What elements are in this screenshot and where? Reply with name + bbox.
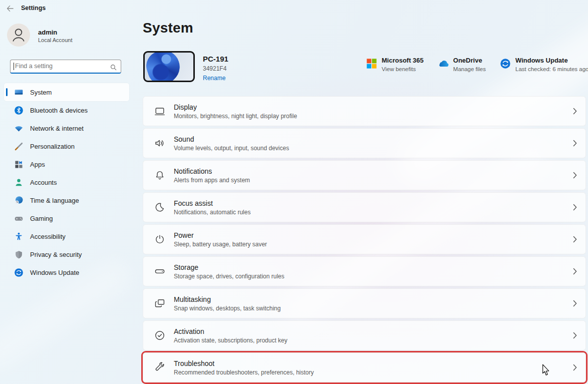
sidebar-item-label: Privacy & security bbox=[30, 251, 82, 258]
windows-update-icon bbox=[500, 58, 511, 69]
sidebar-item-label: Time & language bbox=[30, 197, 79, 204]
notifications-icon bbox=[154, 169, 166, 181]
settings-row-display[interactable]: Display Monitors, brightness, night ligh… bbox=[143, 96, 586, 126]
quick-links: Microsoft 365 View benefits OneDrive Man… bbox=[366, 57, 588, 72]
chevron-right-icon bbox=[573, 332, 577, 339]
apps-icon bbox=[14, 160, 24, 169]
chevron-right-icon bbox=[573, 236, 577, 243]
quick-link-microsoft-365[interactable]: Microsoft 365 View benefits bbox=[366, 57, 424, 72]
settings-row-subtitle: Snap windows, desktops, task switching bbox=[174, 305, 280, 312]
chevron-right-icon bbox=[573, 364, 577, 371]
settings-row-title: Power bbox=[174, 231, 267, 239]
sidebar-item-label: Personalization bbox=[30, 143, 75, 150]
settings-row-subtitle: Monitors, brightness, night light, displ… bbox=[174, 113, 297, 120]
onedrive-icon bbox=[438, 58, 449, 69]
microsoft-365-icon bbox=[366, 58, 377, 69]
settings-row-subtitle: Alerts from apps and system bbox=[174, 177, 250, 184]
search-input[interactable] bbox=[14, 61, 107, 72]
settings-row-power[interactable]: Power Sleep, battery usage, battery save… bbox=[143, 224, 586, 254]
privacy-security-icon bbox=[14, 250, 24, 259]
sidebar-item-apps[interactable]: Apps bbox=[4, 155, 129, 173]
settings-row-multitasking[interactable]: Multitasking Snap windows, desktops, tas… bbox=[143, 288, 586, 318]
power-icon bbox=[154, 233, 166, 245]
sidebar-item-label: System bbox=[30, 89, 52, 96]
sidebar-item-accessibility[interactable]: Accessibility bbox=[4, 227, 129, 245]
quick-link-onedrive[interactable]: OneDrive Manage files bbox=[438, 57, 486, 72]
settings-row-storage[interactable]: Storage Storage space, drives, configura… bbox=[143, 256, 586, 286]
page-title: System bbox=[143, 20, 193, 36]
quick-link-subtitle: Manage files bbox=[453, 66, 486, 72]
avatar[interactable] bbox=[7, 24, 30, 47]
back-arrow-icon bbox=[6, 6, 15, 15]
quick-link-title: Windows Update bbox=[515, 57, 588, 64]
sidebar-item-label: Gaming bbox=[30, 215, 53, 222]
settings-row-title: Multitasking bbox=[174, 295, 280, 303]
settings-row-title: Activation bbox=[174, 327, 287, 335]
quick-link-title: OneDrive bbox=[453, 57, 486, 64]
accounts-icon bbox=[14, 178, 24, 187]
settings-row-subtitle: Volume levels, output, input, sound devi… bbox=[174, 145, 289, 152]
settings-row-title: Display bbox=[174, 103, 297, 111]
quick-link-title: Microsoft 365 bbox=[382, 57, 424, 64]
settings-row-title: Notifications bbox=[174, 167, 250, 175]
device-thumbnail bbox=[143, 51, 195, 82]
sidebar-item-bluetooth-devices[interactable]: Bluetooth & devices bbox=[4, 101, 129, 119]
settings-row-subtitle: Storage space, drives, configuration rul… bbox=[174, 273, 284, 280]
settings-row-subtitle: Activation state, subscriptions, product… bbox=[174, 337, 287, 344]
chevron-right-icon bbox=[573, 140, 577, 147]
settings-row-sound[interactable]: Sound Volume levels, output, input, soun… bbox=[143, 128, 586, 158]
user-account-type: Local Account bbox=[38, 37, 73, 43]
sidebar-item-privacy-security[interactable]: Privacy & security bbox=[4, 245, 129, 263]
quick-link-windows-update[interactable]: Windows Update Last checked: 6 minutes a… bbox=[500, 57, 588, 72]
accessibility-icon bbox=[14, 232, 24, 241]
troubleshoot-icon bbox=[154, 361, 166, 373]
display-icon bbox=[154, 105, 166, 117]
settings-row-title: Sound bbox=[174, 135, 289, 143]
search-box[interactable] bbox=[10, 60, 121, 74]
quick-link-subtitle: Last checked: 6 minutes ago bbox=[515, 66, 588, 72]
settings-row-subtitle: Recommended troubleshooters, preferences… bbox=[174, 369, 314, 376]
rename-link[interactable]: Rename bbox=[203, 75, 225, 82]
sidebar-item-accounts[interactable]: Accounts bbox=[4, 173, 129, 191]
settings-row-troubleshoot[interactable]: Troubleshoot Recommended troubleshooters… bbox=[143, 352, 586, 382]
activation-icon bbox=[154, 329, 166, 341]
sidebar-item-network-internet[interactable]: Network & internet bbox=[4, 119, 129, 137]
sidebar-item-label: Network & internet bbox=[30, 125, 84, 132]
sidebar-item-label: Apps bbox=[30, 161, 45, 168]
sidebar-item-windows-update[interactable]: Windows Update bbox=[4, 263, 129, 281]
time-language-icon bbox=[14, 196, 24, 205]
settings-row-subtitle: Notifications, automatic rules bbox=[174, 209, 250, 216]
chevron-right-icon bbox=[573, 268, 577, 275]
storage-icon bbox=[154, 265, 166, 277]
sound-icon bbox=[154, 137, 166, 149]
settings-row-title: Storage bbox=[174, 263, 284, 271]
search-icon bbox=[110, 64, 117, 70]
settings-row-notifications[interactable]: Notifications Alerts from apps and syste… bbox=[143, 160, 586, 190]
sidebar-item-time-language[interactable]: Time & language bbox=[4, 191, 129, 209]
system-icon bbox=[14, 88, 24, 97]
settings-row-focus-assist[interactable]: Focus assist Notifications, automatic ru… bbox=[143, 192, 586, 222]
personalization-icon bbox=[14, 142, 24, 151]
sidebar-item-label: Windows Update bbox=[30, 269, 79, 276]
sidebar-item-label: Bluetooth & devices bbox=[30, 107, 88, 114]
sidebar-nav: System Bluetooth & devices Network & int… bbox=[4, 83, 129, 281]
sidebar-item-label: Accessibility bbox=[30, 233, 66, 240]
app-title: Settings bbox=[21, 5, 46, 12]
device-name: PC-191 bbox=[203, 55, 228, 63]
bluetooth-icon bbox=[14, 106, 24, 115]
settings-row-activation[interactable]: Activation Activation state, subscriptio… bbox=[143, 320, 586, 350]
focus-assist-icon bbox=[154, 201, 166, 213]
gaming-icon bbox=[14, 214, 24, 223]
back-button[interactable] bbox=[6, 4, 15, 13]
multitasking-icon bbox=[154, 297, 166, 309]
settings-row-title: Troubleshoot bbox=[174, 359, 314, 367]
chevron-right-icon bbox=[573, 300, 577, 307]
settings-list: Display Monitors, brightness, night ligh… bbox=[143, 96, 586, 384]
bloom-wallpaper bbox=[143, 51, 184, 82]
windows-update-icon bbox=[14, 268, 24, 277]
sidebar-item-system[interactable]: System bbox=[4, 83, 129, 101]
settings-row-subtitle: Sleep, battery usage, battery saver bbox=[174, 241, 267, 248]
device-id: 34921F4 bbox=[203, 65, 226, 72]
sidebar-item-personalization[interactable]: Personalization bbox=[4, 137, 129, 155]
sidebar-item-gaming[interactable]: Gaming bbox=[4, 209, 129, 227]
